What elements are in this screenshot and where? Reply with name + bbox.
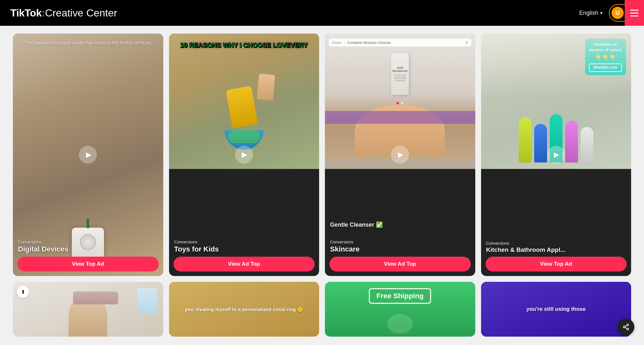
play-button-3[interactable]: ▶ — [391, 146, 409, 164]
language-selector[interactable]: English ▾ — [579, 10, 602, 16]
card-info-1: Conversions Digital Devices — [18, 240, 158, 253]
card-toys-for-kids: 10 REASONS WHY I CHOOSE LOVEVERY ▶ Conve… — [169, 34, 319, 276]
bottom-card-1: ⬆ — [13, 282, 163, 337]
play-icon: ▶ — [398, 151, 403, 159]
card-digital-devices: This speaker has liquid inside that reac… — [13, 34, 163, 276]
card-overlay-big-2: 10 REASONS WHY I CHOOSE LOVEVERY — [169, 41, 319, 49]
card-title-4: Kitchen & Bathroom Appl... — [486, 246, 626, 253]
bottom-card-2-text: pov: treating myself to a personalized i… — [185, 306, 303, 313]
bottom-card-2: pov: treating myself to a personalized i… — [169, 282, 319, 337]
view-top-ad-button-1[interactable]: View Top Ad — [17, 257, 159, 271]
card-category-3: Conversions — [330, 240, 470, 244]
view-top-ad-button-4[interactable]: View Top Ad — [486, 257, 627, 271]
card-skincare: Home › Complete Moisture Cleanse + JoshR… — [325, 34, 475, 276]
card-info-2: Conversions Toys for Kids — [174, 240, 314, 253]
card-info-4: Conversions Kitchen & Bathroom Appl... — [486, 241, 626, 253]
play-button-1[interactable]: ▶ — [79, 146, 97, 164]
play-button-4[interactable]: ▶ — [547, 146, 565, 164]
bottom-card-4: you're still using those — [481, 282, 631, 337]
card-overlay-text-3: Gentle Cleanser ✅ — [330, 221, 383, 228]
card-category-2: Conversions — [174, 240, 314, 244]
card-kitchen-bathroom: Available in dozens of colors 👇👇👇 blendj… — [481, 34, 631, 276]
avatar: U — [611, 7, 624, 19]
chevron-down-icon: ▾ — [600, 10, 602, 15]
view-ad-top-button-2[interactable]: View Ad Top — [174, 257, 315, 271]
free-shipping-badge: Free Shipping — [369, 288, 431, 304]
play-icon: ▶ — [242, 151, 247, 159]
scroll-top-button[interactable]: ⬆ — [17, 286, 29, 298]
card-media-4: Available in dozens of colors 👇👇👇 blendj… — [481, 34, 631, 276]
card-title-3: Skincare — [330, 245, 470, 253]
menu-button[interactable] — [625, 0, 644, 26]
logo-tiktok: TikTok — [10, 7, 42, 19]
menu-icon-line — [630, 10, 639, 11]
play-icon: ▶ — [86, 151, 91, 159]
card-title-1: Digital Devices — [18, 245, 158, 253]
card-title-2: Toys for Kids — [174, 245, 314, 253]
card-category-1: Conversions — [18, 240, 158, 244]
main-content: This speaker has liquid inside that reac… — [0, 26, 644, 344]
menu-icon-line — [630, 15, 639, 16]
share-button[interactable] — [618, 319, 634, 335]
card-overlay-text-1: This speaker has liquid inside that reac… — [18, 40, 158, 46]
logo[interactable]: TikTok : Creative Center — [10, 7, 117, 19]
logo-dot: : — [42, 7, 45, 19]
menu-icon-line — [630, 13, 639, 14]
bottom-card-3: Free Shipping — [325, 282, 475, 337]
cards-grid-top: This speaker has liquid inside that reac… — [13, 34, 631, 276]
svg-line-3 — [625, 327, 627, 329]
logo-subtitle: Creative Center — [45, 7, 117, 19]
header: TikTok : Creative Center English ▾ U ▾ — [0, 0, 644, 26]
cards-grid-bottom: ⬆ pov: treating myself to a personalized… — [13, 282, 631, 337]
view-ad-top-button-3[interactable]: View Ad Top — [329, 257, 471, 271]
bottom-card-4-text: you're still using those — [526, 306, 586, 312]
play-button-2[interactable]: ▶ — [235, 146, 253, 164]
card-info-3: Conversions Skincare — [330, 240, 470, 253]
share-icon — [622, 323, 630, 330]
language-label: English — [579, 10, 598, 16]
play-icon: ▶ — [554, 151, 559, 159]
svg-line-4 — [625, 325, 627, 327]
card-category-4: Conversions — [486, 241, 626, 246]
card-breadcrumb-3: Home › Complete Moisture Cleanse + — [329, 39, 471, 46]
